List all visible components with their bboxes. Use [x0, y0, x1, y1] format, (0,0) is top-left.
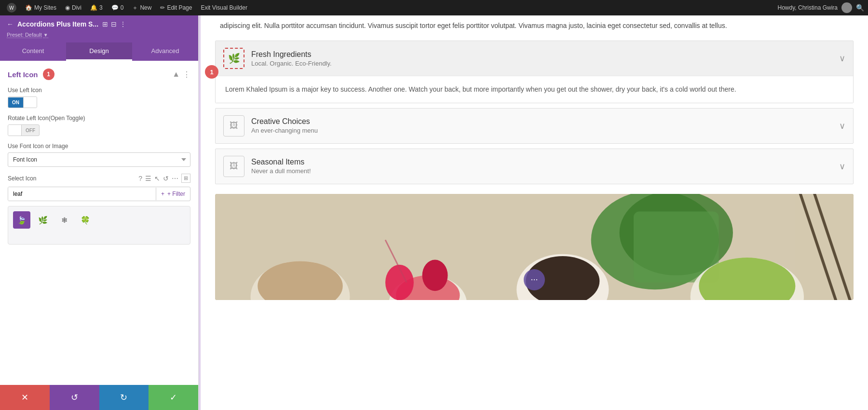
- select-icon-row: Select Icon ? ☰ ↖ ↺ ⋯ ⊞ + + Filte: [8, 174, 190, 245]
- new-link[interactable]: ＋ New: [129, 0, 154, 15]
- toggle-on-switch[interactable]: ON: [8, 96, 37, 108]
- accordion-icon-1: 🌿: [223, 48, 244, 69]
- float-action-btn[interactable]: ···: [524, 269, 545, 290]
- section-badge: 1: [43, 68, 54, 80]
- select-icon-header: Select Icon ? ☰ ↖ ↺ ⋯ ⊞: [8, 174, 190, 183]
- food-image-area: ···: [215, 194, 854, 300]
- wp-logo[interactable]: W: [4, 0, 19, 15]
- plus-icon: ＋: [132, 4, 138, 12]
- rotate-icon-label: Rotate Left Icon(Open Toggle): [8, 115, 190, 122]
- select-icon-label: Select Icon: [8, 175, 36, 182]
- section-header: Left Icon 1 ▲ ⋮: [8, 68, 190, 80]
- font-icon-image-row: Use Font Icon or Image Font Icon: [8, 143, 190, 167]
- section-collapse-btn[interactable]: ▲: [172, 70, 180, 79]
- tab-content[interactable]: Content: [0, 42, 66, 61]
- icon-filter-btn[interactable]: + + Filter: [156, 188, 190, 200]
- accordion-body-1: Lorem Khaled Ipsum is a major key to suc…: [216, 76, 853, 102]
- icon-leaf-outline[interactable]: 🌿: [34, 211, 52, 229]
- back-arrow-icon[interactable]: ←: [7, 20, 14, 28]
- panel-more-icon[interactable]: ⋮: [120, 20, 126, 28]
- right-content: adipiscing elit. Nulla porttitor accumsa…: [201, 15, 868, 410]
- accordion-chevron-1: ∨: [839, 53, 845, 64]
- home-icon: 🏠: [25, 4, 32, 11]
- accordion-header-2[interactable]: 🖼 Creative Choices An ever-changing menu…: [216, 109, 853, 143]
- accordion-title-group-2: Creative Choices An ever-changing menu: [251, 117, 834, 134]
- cancel-button[interactable]: ✕: [0, 385, 50, 410]
- icon-tool-expand[interactable]: ⊞: [181, 174, 190, 183]
- font-icon-select[interactable]: Font Icon: [8, 152, 190, 167]
- icon-snowflake[interactable]: ❄: [55, 211, 73, 229]
- use-left-icon-toggle[interactable]: ON: [8, 96, 190, 108]
- save-button[interactable]: ✓: [149, 385, 198, 410]
- section-actions: ▲ ⋮: [172, 70, 190, 79]
- accordion-item-2: 🖼 Creative Choices An ever-changing menu…: [215, 108, 854, 144]
- accordion-header-1[interactable]: 🌿 Fresh Ingredients Local. Organic. Eco-…: [216, 41, 853, 76]
- filter-plus-icon: +: [161, 191, 164, 197]
- accordion-item-1: 1 🌿 Fresh Ingredients Local. Organic. Ec…: [215, 41, 854, 103]
- search-icon[interactable]: 🔍: [856, 4, 864, 12]
- toggle-off-switch[interactable]: OFF: [8, 124, 40, 136]
- icon-leaf-filled[interactable]: 🍃: [13, 211, 30, 229]
- accordion-icon-3: 🖼: [223, 156, 244, 177]
- icon-grid-wrapper: 🍃 🌿 ❄ 🍀: [8, 206, 190, 245]
- divi-icon: ◉: [65, 4, 70, 11]
- accordion-title-group-1: Fresh Ingredients Local. Organic. Eco-Fr…: [251, 50, 834, 67]
- my-sites-link[interactable]: 🏠 My Sites: [22, 0, 59, 15]
- use-left-icon-row: Use Left Icon ON: [8, 87, 190, 108]
- rotate-icon-toggle[interactable]: OFF: [8, 124, 190, 136]
- accordion-title-1: Fresh Ingredients: [251, 50, 834, 59]
- panel-title: Accordions Plus Item S...: [17, 20, 98, 28]
- wordpress-icon: W: [7, 3, 16, 13]
- redo-button[interactable]: ↻: [99, 385, 149, 410]
- accordion-subtitle-3: Never a dull moment!: [251, 167, 834, 175]
- icon-tool-help[interactable]: ?: [138, 175, 142, 182]
- rotate-icon-row: Rotate Left Icon(Open Toggle) OFF: [8, 115, 190, 136]
- admin-bar: W 🏠 My Sites ◉ Divi 🔔 3 💬 0 ＋ New ✏ Edit…: [0, 0, 868, 15]
- icon-tool-reset[interactable]: ↺: [163, 175, 169, 182]
- howdy-label: Howdy, Christina Gwira: [778, 4, 838, 11]
- content-text-block: adipiscing elit. Nulla porttitor accumsa…: [201, 15, 868, 41]
- reset-button[interactable]: ↺: [50, 385, 99, 410]
- icon-tool-cursor[interactable]: ↖: [154, 175, 160, 182]
- tab-design[interactable]: Design: [66, 42, 132, 61]
- divi-link[interactable]: ◉ Divi: [62, 0, 84, 15]
- admin-bar-right: Howdy, Christina Gwira 🔍: [778, 2, 864, 13]
- panel-grid-icon[interactable]: ⊟: [111, 20, 117, 28]
- bubble-icon: 💬: [111, 4, 119, 11]
- icon-search-input[interactable]: [8, 187, 156, 201]
- toggle-off-label: OFF: [22, 125, 39, 136]
- comments-icon: 🔔: [90, 4, 97, 11]
- body-text: adipiscing elit. Nulla porttitor accumsa…: [220, 20, 849, 31]
- left-panel: ← Accordions Plus Item S... ⊞ ⊟ ⋮ Preset…: [0, 15, 199, 410]
- accordion-subtitle-1: Local. Organic. Eco-Friendly.: [251, 60, 834, 67]
- panel-back-row: ← Accordions Plus Item S... ⊞ ⊟ ⋮: [7, 20, 191, 28]
- exit-builder-link[interactable]: Exit Visual Builder: [198, 0, 250, 15]
- accordion-chevron-2: ∨: [839, 121, 845, 131]
- icon-tool-more[interactable]: ⋯: [172, 175, 178, 182]
- pencil-icon: ✏: [160, 4, 165, 11]
- comments-link[interactable]: 🔔 3: [87, 0, 106, 15]
- panel-footer: ✕ ↺ ↻ ✓: [0, 385, 198, 410]
- panel-header-icons: ⊞ ⊟ ⋮: [102, 20, 126, 28]
- comments-zero-link[interactable]: 💬 0: [108, 0, 127, 15]
- accordion-subtitle-2: An ever-changing menu: [251, 127, 834, 134]
- edit-page-link[interactable]: ✏ Edit Page: [157, 0, 195, 15]
- section-title: Left Icon: [8, 70, 38, 79]
- preset-row[interactable]: Preset: Default ▼: [7, 32, 191, 38]
- icon-leaves[interactable]: 🍀: [77, 211, 94, 229]
- accordion-item-3: 🖼 Seasonal Items Never a dull moment! ∨: [215, 149, 854, 184]
- select-icon-tools: ? ☰ ↖ ↺ ⋯ ⊞: [138, 174, 190, 183]
- icon-grid: 🍃 🌿 ❄ 🍀: [13, 211, 185, 229]
- use-left-icon-label: Use Left Icon: [8, 87, 190, 94]
- panel-tabs: Content Design Advanced: [0, 42, 198, 61]
- accordion-badge-1: 1: [205, 65, 218, 79]
- tab-advanced[interactable]: Advanced: [132, 42, 198, 61]
- accordion-header-3[interactable]: 🖼 Seasonal Items Never a dull moment! ∨: [216, 149, 853, 184]
- panel-window-icon[interactable]: ⊞: [102, 20, 108, 28]
- section-more-btn[interactable]: ⋮: [183, 70, 190, 79]
- accordion-title-3: Seasonal Items: [251, 158, 834, 166]
- panel-header: ← Accordions Plus Item S... ⊞ ⊟ ⋮ Preset…: [0, 15, 198, 42]
- icon-tool-list[interactable]: ☰: [145, 175, 151, 182]
- accordion-title-group-3: Seasonal Items Never a dull moment!: [251, 158, 834, 175]
- accordion-icon-2: 🖼: [223, 115, 244, 137]
